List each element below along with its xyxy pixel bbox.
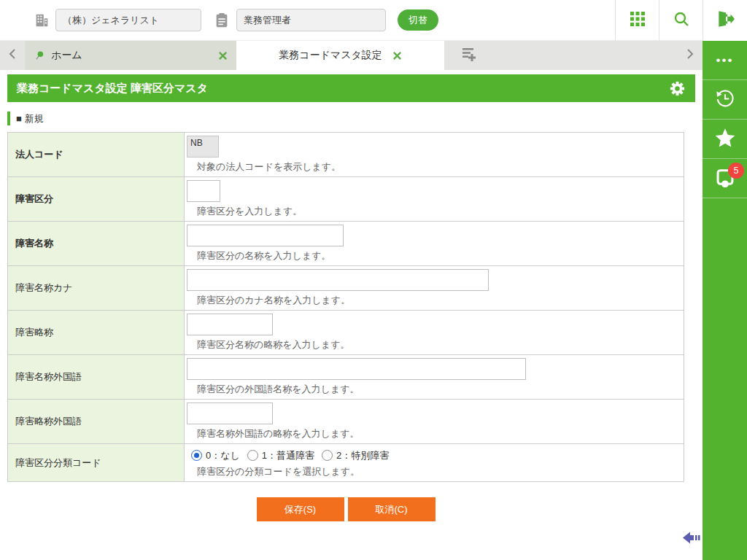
table-row: 法人コード NB 対象の法人コードを表示します。 [8, 133, 684, 177]
disability-short-name-input[interactable] [187, 314, 273, 335]
close-icon[interactable] [211, 51, 228, 61]
disability-short-foreign-input[interactable] [187, 402, 273, 424]
table-row: 障害区分分類コード 0：なし 1：普通障害 2：特別障害 [8, 444, 684, 482]
field-label: 障害名称外国語 [8, 355, 185, 400]
close-icon[interactable] [392, 51, 402, 61]
field-label: 障害区分分類コード [8, 444, 185, 482]
apps-menu-button[interactable] [615, 0, 659, 41]
corporate-code-field: NB [187, 136, 219, 158]
gear-icon [669, 80, 686, 97]
radio-icon [247, 450, 258, 461]
table-row: 障害略称 障害区分名称の略称を入力します。 [8, 311, 684, 355]
star-icon [713, 126, 737, 152]
classification-radio-group: 0：なし 1：普通障害 2：特別障害 [191, 449, 684, 462]
add-list-icon [460, 46, 478, 65]
table-row: 障害名称外国語 障害区分の外国語名称を入力します。 [8, 355, 684, 400]
radio-option-special[interactable]: 2：特別障害 [322, 449, 389, 462]
ellipsis-icon: ••• [716, 57, 734, 64]
sidebar-history-button[interactable] [703, 80, 747, 120]
sidebar-favorites-button[interactable] [703, 120, 747, 159]
history-icon [714, 88, 736, 112]
tab-bar: ホーム 業務コードマスタ設定 [0, 41, 703, 70]
radio-selected-icon [191, 450, 202, 461]
section-title: ■ 新規 [7, 112, 695, 125]
disability-name-input[interactable] [187, 225, 344, 246]
action-buttons: 保存(S) 取消(C) [7, 497, 684, 521]
table-row: 障害略称外国語 障害名称外国語の略称を入力します。 [8, 400, 684, 444]
page-title-bar: 業務コードマスタ設定 障害区分マスタ [7, 74, 695, 102]
radio-option-normal[interactable]: 1：普通障害 [247, 449, 314, 462]
disability-name-kana-input[interactable] [187, 269, 489, 291]
page-title: 業務コードマスタ設定 障害区分マスタ [17, 82, 208, 96]
radio-label: 2：特別障害 [336, 449, 389, 462]
switch-button[interactable]: 切替 [398, 9, 438, 31]
table-row: 障害名称カナ 障害区分のカナ名称を入力します。 [8, 266, 684, 311]
pin-icon [34, 50, 44, 61]
field-label: 障害略称 [8, 311, 185, 355]
company-input[interactable] [55, 9, 201, 31]
field-description: 障害区分のカナ名称を入力します。 [197, 294, 684, 307]
grid-icon [629, 10, 646, 31]
header-actions [615, 0, 703, 41]
sidebar: ••• [703, 41, 747, 560]
add-tab-button[interactable] [444, 41, 494, 70]
field-description: 障害名称外国語の略称を入力します。 [197, 427, 684, 440]
field-label: 障害名称 [8, 222, 185, 266]
field-label: 障害略称外国語 [8, 400, 185, 444]
tab-home[interactable]: ホーム [25, 41, 236, 70]
tab-active[interactable]: 業務コードマスタ設定 [236, 41, 444, 70]
search-icon [673, 10, 690, 31]
field-description: 障害区分の分類コードを選択します。 [197, 465, 684, 478]
field-description: 障害区分を入力します。 [197, 205, 684, 218]
main-column: 切替 [0, 0, 703, 560]
company-icon [34, 12, 50, 28]
role-input[interactable] [236, 9, 386, 31]
field-description: 障害区分の名称を入力します。 [197, 249, 684, 262]
chevron-left-icon [8, 48, 17, 63]
sidebar-notifications-button[interactable]: 5 [703, 159, 747, 198]
logout-button[interactable] [703, 0, 747, 41]
field-label: 障害区分 [8, 177, 185, 222]
settings-button[interactable] [669, 80, 686, 97]
field-label: 障害名称カナ [8, 266, 185, 311]
sidebar-more-button[interactable]: ••• [703, 41, 747, 80]
field-description: 障害区分の外国語名称を入力します。 [197, 383, 684, 396]
table-row: 障害区分 障害区分を入力します。 [8, 177, 684, 222]
tab-scroll-left-button[interactable] [0, 41, 25, 70]
role-icon [214, 12, 231, 28]
field-description: 障害区分名称の略称を入力します。 [197, 338, 684, 351]
radio-label: 1：普通障害 [262, 449, 314, 462]
field-label: 法人コード [8, 133, 185, 177]
field-description: 対象の法人コードを表示します。 [197, 160, 684, 174]
tab-home-label: ホーム [51, 49, 82, 62]
master-form-table: 法人コード NB 対象の法人コードを表示します。 障害区分 障害区分を入力します… [7, 132, 684, 482]
tab-active-label: 業務コードマスタ設定 [279, 49, 382, 62]
notification-badge: 5 [728, 163, 744, 179]
radio-label: 0：なし [206, 449, 240, 462]
disability-name-foreign-input[interactable] [187, 358, 526, 380]
radio-option-none[interactable]: 0：なし [191, 449, 240, 462]
radio-icon [322, 450, 333, 461]
arrow-left-icon [682, 530, 702, 545]
save-button[interactable]: 保存(S) [257, 497, 344, 521]
tab-scroll-right-button[interactable] [678, 41, 703, 70]
logout-icon [716, 9, 735, 31]
chevron-right-icon [686, 48, 694, 63]
side-column: ••• [703, 0, 747, 560]
top-header: 切替 [0, 0, 703, 41]
search-button[interactable] [659, 0, 703, 41]
cancel-button[interactable]: 取消(C) [348, 497, 436, 521]
app-window: 切替 [0, 0, 747, 560]
table-row: 障害名称 障害区分の名称を入力します。 [8, 222, 684, 266]
collapse-panel-button[interactable] [682, 530, 702, 548]
disability-class-input[interactable] [187, 180, 220, 202]
